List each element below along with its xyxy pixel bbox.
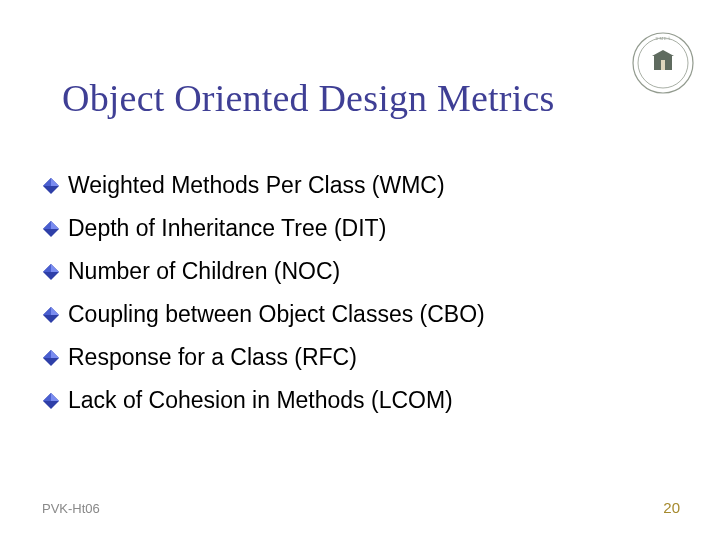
- umea-university-seal-icon: U M E Å: [628, 28, 698, 98]
- svg-marker-3: [652, 50, 674, 56]
- bullet-text: Coupling between Object Classes (CBO): [68, 299, 485, 330]
- svg-marker-16: [51, 307, 59, 315]
- svg-marker-7: [51, 178, 59, 186]
- list-item: Coupling between Object Classes (CBO): [42, 299, 680, 330]
- diamond-3d-icon: [42, 177, 60, 195]
- diamond-3d-icon: [42, 392, 60, 410]
- svg-marker-22: [51, 393, 59, 401]
- diamond-3d-icon: [42, 349, 60, 367]
- list-item: Lack of Cohesion in Methods (LCOM): [42, 385, 680, 416]
- bullet-list: Weighted Methods Per Class (WMC) Depth o…: [42, 170, 680, 428]
- list-item: Number of Children (NOC): [42, 256, 680, 287]
- svg-marker-14: [43, 264, 51, 272]
- list-item: Weighted Methods Per Class (WMC): [42, 170, 680, 201]
- diamond-3d-icon: [42, 306, 60, 324]
- bullet-text: Weighted Methods Per Class (WMC): [68, 170, 445, 201]
- slide-number: 20: [663, 499, 680, 516]
- svg-text:U M E Å: U M E Å: [656, 36, 671, 41]
- svg-marker-8: [43, 178, 51, 186]
- slide: U M E Å Object Oriented Design Metrics W…: [0, 0, 720, 540]
- svg-marker-13: [51, 264, 59, 272]
- svg-marker-17: [43, 307, 51, 315]
- diamond-3d-icon: [42, 220, 60, 238]
- svg-marker-20: [43, 350, 51, 358]
- list-item: Response for a Class (RFC): [42, 342, 680, 373]
- footer-left: PVK-Ht06: [42, 501, 100, 516]
- bullet-text: Response for a Class (RFC): [68, 342, 357, 373]
- diamond-3d-icon: [42, 263, 60, 281]
- slide-title: Object Oriented Design Metrics: [62, 76, 554, 120]
- bullet-text: Number of Children (NOC): [68, 256, 340, 287]
- svg-marker-23: [43, 393, 51, 401]
- svg-marker-19: [51, 350, 59, 358]
- svg-marker-10: [51, 221, 59, 229]
- svg-rect-4: [661, 60, 665, 70]
- list-item: Depth of Inheritance Tree (DIT): [42, 213, 680, 244]
- bullet-text: Depth of Inheritance Tree (DIT): [68, 213, 386, 244]
- svg-marker-11: [43, 221, 51, 229]
- bullet-text: Lack of Cohesion in Methods (LCOM): [68, 385, 453, 416]
